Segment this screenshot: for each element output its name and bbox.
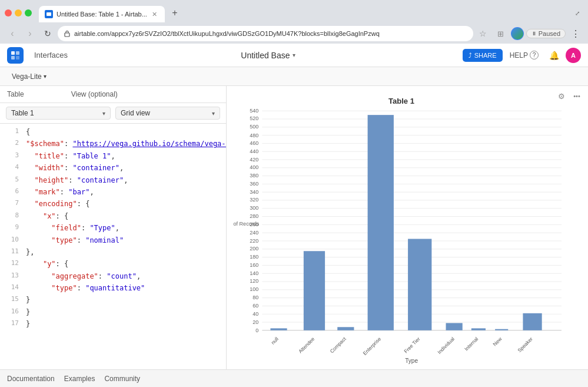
app-logo [7, 47, 24, 64]
traffic-light-green[interactable] [25, 9, 32, 16]
share-button[interactable]: ⤴ SHARE [463, 49, 503, 62]
svg-text:200: 200 [250, 246, 258, 252]
bar-null [270, 328, 287, 330]
back-button[interactable]: ‹ [5, 26, 20, 41]
code-line-16: 16 } [0, 306, 226, 318]
svg-text:420: 420 [250, 157, 258, 163]
svg-text:180: 180 [250, 254, 258, 260]
url-text: airtable.com/appcx7yz6rSVZzIO2/tblXctUik… [74, 30, 467, 37]
svg-text:Enterprise: Enterprise [362, 336, 383, 356]
bar-chart: Table 1 0 20 40 [232, 92, 570, 367]
bar-internal [471, 328, 486, 330]
table-label: Table [7, 90, 24, 98]
community-link[interactable]: Community [104, 375, 140, 383]
svg-text:340: 340 [250, 189, 258, 195]
svg-text:400: 400 [250, 164, 258, 170]
code-line-7: 7 "encoding": { [0, 198, 226, 210]
svg-text:160: 160 [250, 262, 258, 268]
view-select[interactable]: Grid view ▾ [115, 107, 220, 120]
code-line-1: 1 { [0, 126, 226, 138]
code-line-3: 3 "title": "Table 1", [0, 150, 226, 162]
svg-text:320: 320 [250, 197, 258, 203]
code-line-8: 8 "x": { [0, 210, 226, 222]
paused-badge: ⏸ Paused [526, 29, 566, 38]
svg-rect-3 [11, 56, 15, 59]
svg-text:360: 360 [250, 181, 258, 187]
notification-button[interactable]: 🔔 [546, 47, 562, 64]
forward-button[interactable]: › [22, 26, 38, 41]
interfaces-nav-button[interactable]: Interfaces [28, 48, 74, 62]
svg-text:140: 140 [250, 270, 258, 276]
panel-controls: Table 1 ▾ Grid view ▾ [0, 103, 226, 124]
vega-lite-nav[interactable]: Vega-Lite ▾ [7, 71, 51, 82]
table-select[interactable]: Table 1 ▾ [6, 107, 111, 120]
svg-text:240: 240 [250, 230, 258, 236]
svg-text:null: null [270, 336, 280, 346]
bar-speaker [523, 313, 542, 330]
browser-window: Untitled Base: Table 1 - Airtab... ✕ + ⤢… [0, 0, 588, 387]
view-select-arrow: ▾ [212, 110, 215, 117]
bar-free-tier [408, 239, 431, 330]
svg-text:460: 460 [250, 140, 258, 146]
examples-link[interactable]: Examples [64, 375, 95, 383]
traffic-light-red[interactable] [5, 9, 12, 16]
bar-compact [337, 327, 354, 330]
vega-lite-dropdown-icon: ▾ [44, 73, 46, 80]
svg-text:New: New [491, 336, 503, 348]
code-editor[interactable]: 1 { 2 "$schema": "https://vega.github.io… [0, 124, 226, 369]
browser-menu-button[interactable]: ⋮ [568, 26, 583, 41]
app-title[interactable]: Untitled Base ▾ [241, 51, 295, 60]
code-line-10: 10 "type": "nominal" [0, 234, 226, 246]
code-line-9: 9 "field": "Type", [0, 222, 226, 234]
extensions-button[interactable]: ⊞ [493, 26, 509, 41]
panel-headers: Table View (optional) [0, 86, 226, 103]
svg-text:Type: Type [405, 358, 418, 364]
svg-text:Attendee: Attendee [297, 336, 315, 354]
sub-header: Vega-Lite ▾ [0, 67, 588, 86]
address-bar[interactable]: airtable.com/appcx7yz6rSVZzIO2/tblXctUik… [58, 26, 473, 41]
svg-text:520: 520 [250, 115, 258, 121]
share-icon: ⤴ [469, 52, 472, 59]
settings-button[interactable]: ⚙ [555, 90, 568, 102]
refresh-button[interactable]: ↻ [40, 26, 55, 41]
documentation-link[interactable]: Documentation [7, 375, 55, 383]
svg-rect-4 [16, 56, 19, 59]
svg-text:300: 300 [250, 205, 258, 211]
bar-new [495, 329, 508, 330]
window-expand-icon[interactable]: ⤢ [572, 7, 583, 19]
svg-text:220: 220 [250, 238, 258, 244]
code-line-6: 6 "mark": "bar", [0, 186, 226, 198]
code-line-14: 14 "type": "quantitative" [0, 282, 226, 294]
active-tab[interactable]: Untitled Base: Table 1 - Airtab... ✕ [39, 6, 165, 22]
tab-close-icon[interactable]: ✕ [151, 10, 159, 18]
left-panel: Table View (optional) Table 1 ▾ Grid vie… [0, 86, 227, 369]
svg-text:120: 120 [250, 278, 258, 284]
svg-text:Free Tier: Free Tier [403, 336, 421, 354]
title-dropdown-icon: ▾ [293, 52, 295, 58]
svg-text:480: 480 [250, 133, 258, 138]
tab-title: Untitled Base: Table 1 - Airtab... [57, 11, 147, 18]
svg-text:Count of Records: Count of Records [232, 221, 260, 227]
svg-text:Speaker: Speaker [516, 336, 534, 353]
help-button[interactable]: HELP ? [506, 48, 542, 62]
browser-controls: ‹ › ↻ airtable.com/appcx7yz6rSVZzIO2/tbl… [0, 24, 588, 44]
traffic-light-yellow[interactable] [15, 9, 22, 16]
bar-attendee [304, 251, 325, 330]
svg-text:80: 80 [253, 295, 258, 300]
traffic-lights [5, 9, 32, 16]
bookmark-button[interactable]: ☆ [476, 26, 491, 41]
new-tab-button[interactable]: + [167, 5, 182, 21]
more-options-button[interactable]: ••• [570, 90, 583, 102]
svg-text:0: 0 [255, 328, 258, 333]
profile-pic[interactable] [511, 27, 524, 40]
table-select-arrow: ▾ [102, 110, 105, 117]
code-line-15: 15 } [0, 294, 226, 306]
svg-text:60: 60 [253, 303, 258, 309]
code-line-2: 2 "$schema": "https://vega.github.io/sch… [0, 138, 226, 150]
svg-rect-0 [65, 33, 69, 37]
user-avatar[interactable]: A [566, 48, 581, 63]
secure-icon [64, 30, 71, 37]
svg-text:540: 540 [250, 108, 258, 114]
chart-container: Table 1 0 20 40 [227, 86, 588, 373]
svg-text:380: 380 [250, 173, 258, 178]
